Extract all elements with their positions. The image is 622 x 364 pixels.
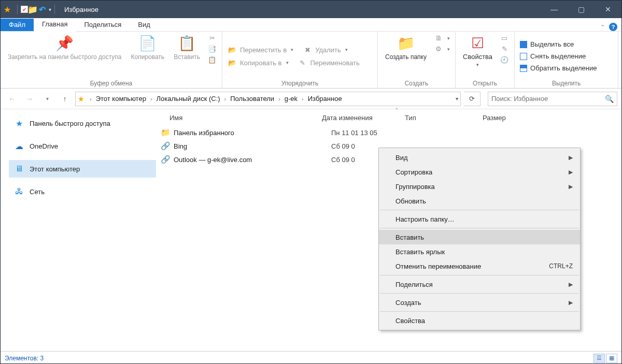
group-caption: Буфер обмена [5, 79, 218, 87]
ctx-sort[interactable]: Сортировка▶ [379, 165, 580, 179]
history-button[interactable]: 🕘 [499, 55, 510, 64]
properties-qat-icon[interactable]: ✔ [21, 6, 28, 13]
forward-button[interactable]: → [22, 92, 37, 106]
pin-quickaccess-button[interactable]: 📌 Закрепить на панели быстрого доступа [5, 34, 125, 62]
new-folder-qat-icon[interactable]: 📁 [28, 5, 37, 14]
delete-button[interactable]: ✖Удалить▾ [302, 46, 349, 54]
undo-qat-icon[interactable]: ↶ [37, 5, 47, 14]
breadcrumb-item[interactable]: Пользователи [228, 95, 276, 103]
details-view-button[interactable]: ☰ [593, 354, 605, 363]
refresh-button[interactable]: ⟳ [464, 92, 480, 106]
copyto-icon: 📂 [228, 59, 237, 67]
breadcrumb-item[interactable]: Избранное [306, 95, 344, 103]
separator [380, 210, 579, 210]
breadcrumb-sep: › [88, 96, 94, 102]
url-icon: 🔗 [160, 141, 171, 151]
moveto-icon: 📂 [228, 46, 237, 54]
search-box[interactable]: 🔍 [488, 92, 617, 106]
paste-button[interactable]: 📋 Вставить [171, 34, 203, 62]
ctx-refresh[interactable]: Обновить [379, 194, 580, 208]
select-all-button[interactable]: Выделить все [519, 40, 575, 49]
search-input[interactable] [491, 95, 605, 103]
ctx-paste[interactable]: Вставить [379, 230, 580, 244]
sidebar-item-quickaccess[interactable]: ★Панель быстрого доступа [9, 114, 156, 132]
tab-file[interactable]: Файл [1, 19, 34, 31]
copypath-button[interactable]: 📑 [206, 45, 218, 53]
history-icon: 🕘 [500, 56, 509, 64]
submenu-arrow-icon: ▶ [569, 299, 573, 306]
properties-icon: ☑ [471, 35, 484, 52]
new-folder-button[interactable]: 📁 Создать папку [382, 34, 430, 62]
recent-dropdown[interactable]: ▾ [40, 92, 54, 106]
qat-customize-chevron[interactable]: ▾ [49, 7, 51, 12]
invert-selection-button[interactable]: Обратить выделение [519, 64, 598, 72]
separator [380, 228, 579, 228]
paste-shortcut-button[interactable]: 📋 [206, 55, 218, 64]
copy-to-button[interactable]: 📂Копировать в▾ [227, 59, 290, 67]
breadcrumb-item[interactable]: Этот компьютер [94, 95, 148, 103]
column-type[interactable]: Тип [405, 114, 483, 122]
up-button[interactable]: ↑ [58, 92, 72, 106]
ribbon: 📌 Закрепить на панели быстрого доступа 📄… [1, 32, 621, 89]
column-date[interactable]: Дата изменения [322, 114, 405, 122]
ctx-paste-shortcut[interactable]: Вставить ярлык [379, 244, 580, 259]
submenu-arrow-icon: ▶ [569, 154, 573, 161]
sidebar-item-onedrive[interactable]: ☁OneDrive [9, 137, 156, 155]
title-bar: ★ ✔ 📁 ↶ ▾ Избранное — ▢ ✕ [1, 1, 621, 18]
separator [54, 5, 55, 14]
group-caption: Открыть [460, 79, 510, 87]
rename-button[interactable]: ✎Переименовать [297, 59, 361, 67]
edit-button[interactable]: ✎ [499, 45, 510, 53]
favorites-star-icon: ★ [4, 5, 11, 14]
ctx-properties[interactable]: Свойства [379, 313, 580, 328]
status-bar: Элементов: 3 ☰ ▦ [1, 351, 621, 364]
move-to-button[interactable]: 📂Переместить в▾ [227, 46, 294, 54]
collapse-ribbon-icon[interactable]: ⌃ [600, 24, 605, 31]
close-button[interactable]: ✕ [595, 1, 621, 18]
ctx-group[interactable]: Группировка▶ [379, 179, 580, 194]
rename-icon: ✎ [298, 59, 307, 67]
address-bar[interactable]: ★ › Этот компьютер › Локальный диск (C:)… [75, 92, 461, 106]
context-menu: Вид▶ Сортировка▶ Группировка▶ Обновить Н… [378, 148, 581, 330]
column-size[interactable]: Размер [483, 114, 534, 122]
new-item-icon: 🗎 [434, 34, 443, 42]
tab-share[interactable]: Поделиться [76, 19, 130, 31]
onedrive-icon: ☁ [14, 141, 24, 151]
properties-button[interactable]: ☑ Свойства▾ [460, 34, 496, 69]
tab-home[interactable]: Главная [34, 18, 76, 32]
ctx-customize-folder[interactable]: Настроить папку… [379, 212, 580, 226]
separator [380, 293, 579, 294]
ctx-view[interactable]: Вид▶ [379, 150, 580, 165]
select-none-button[interactable]: Снять выделение [519, 52, 587, 61]
address-dropdown-icon[interactable]: ▾ [456, 96, 458, 101]
breadcrumb-item[interactable]: Локальный диск (C:) [154, 95, 222, 103]
open-button[interactable]: ▭ [499, 34, 510, 42]
breadcrumb-item[interactable]: g-ek [282, 95, 300, 103]
breadcrumb-sep: › [300, 96, 306, 102]
sidebar-item-thispc[interactable]: 🖥Этот компьютер [9, 160, 156, 178]
file-row[interactable]: 📁 Панель избранного Пн 11 01 13 05 [156, 126, 621, 139]
sidebar-item-network[interactable]: 🖧Сеть [9, 183, 156, 200]
icons-view-button[interactable]: ▦ [606, 354, 617, 363]
search-icon[interactable]: 🔍 [605, 95, 614, 103]
easy-access-button[interactable]: ⚙▾ [433, 45, 451, 53]
group-caption: Создать [382, 79, 451, 87]
copy-button[interactable]: 📄 Копировать [128, 34, 168, 62]
help-icon[interactable]: ? [609, 23, 617, 31]
ctx-share[interactable]: Поделиться▶ [379, 277, 580, 292]
url-icon: 🔗 [160, 155, 171, 164]
tab-view[interactable]: Вид [130, 19, 159, 31]
group-caption: Выделить [519, 79, 614, 87]
maximize-button[interactable]: ▢ [568, 1, 595, 18]
copy-icon: 📄 [138, 35, 157, 52]
back-button[interactable]: ← [5, 92, 19, 106]
column-name[interactable]: Имя [156, 114, 322, 122]
new-item-button[interactable]: 🗎▾ [433, 34, 451, 42]
minimize-button[interactable]: — [541, 1, 568, 18]
ctx-undo-rename[interactable]: Отменить переименованиеCTRL+Z [379, 259, 580, 273]
breadcrumb-sep: › [276, 96, 282, 102]
cut-button[interactable]: ✂ [206, 34, 218, 42]
ctx-create[interactable]: Создать▶ [379, 295, 580, 310]
group-caption: Упорядочить [227, 79, 373, 87]
navigation-pane: ★Панель быстрого доступа ☁OneDrive 🖥Этот… [1, 109, 156, 351]
